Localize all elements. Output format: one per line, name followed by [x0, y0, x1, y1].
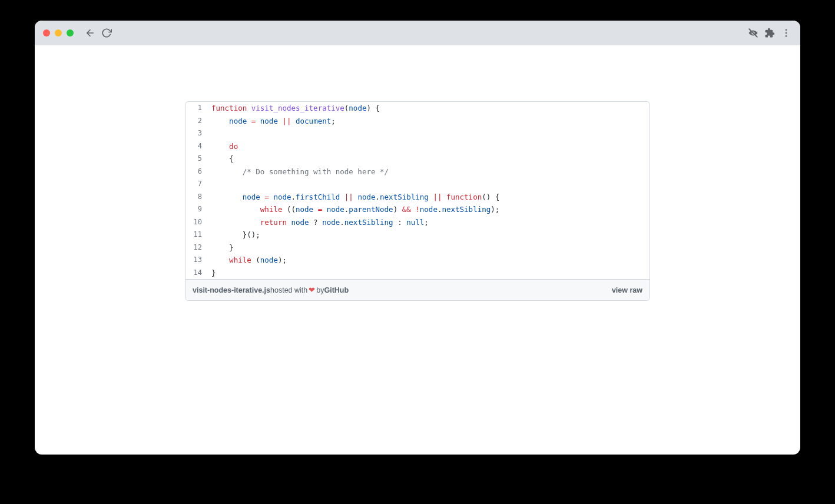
- line-code: }: [208, 241, 650, 254]
- line-number: 9: [185, 203, 208, 216]
- maximize-window-button[interactable]: [67, 29, 74, 37]
- line-number: 5: [185, 152, 208, 165]
- code-line: 6 /* Do something with node here */: [185, 165, 650, 178]
- line-code: return node ? node.nextSibling : null;: [208, 216, 650, 229]
- line-number: 11: [185, 228, 208, 241]
- code-area: 1function visit_nodes_iterative(node) {2…: [185, 102, 650, 279]
- line-code: function visit_nodes_iterative(node) {: [208, 102, 650, 115]
- menu-icon[interactable]: [780, 27, 792, 39]
- line-code: [208, 127, 650, 140]
- line-number: 10: [185, 216, 208, 229]
- code-line: 4 do: [185, 140, 650, 153]
- page-content: 1function visit_nodes_iterative(node) {2…: [35, 45, 800, 301]
- hosted-prefix: hosted with: [270, 286, 307, 294]
- code-line: 13 while (node);: [185, 254, 650, 267]
- line-number: 14: [185, 267, 208, 280]
- minimize-window-button[interactable]: [55, 29, 62, 37]
- window-controls: [43, 29, 74, 37]
- line-code: node = node || document;: [208, 115, 650, 128]
- line-number: 1: [185, 102, 208, 115]
- line-number: 7: [185, 178, 208, 191]
- line-code: node = node.firstChild || node.nextSibli…: [208, 191, 650, 204]
- line-number: 4: [185, 140, 208, 153]
- line-number: 12: [185, 241, 208, 254]
- gist-filename-link[interactable]: visit-nodes-iterative.js: [193, 286, 270, 294]
- line-number: 13: [185, 254, 208, 267]
- line-number: 2: [185, 115, 208, 128]
- incognito-icon[interactable]: [747, 27, 759, 39]
- line-code: while ((node = node.parentNode) && !node…: [208, 203, 650, 216]
- back-icon[interactable]: [84, 27, 96, 39]
- gist-embed: 1function visit_nodes_iterative(node) {2…: [185, 101, 650, 301]
- heart-icon: ❤: [307, 286, 316, 294]
- github-link[interactable]: GitHub: [324, 286, 349, 294]
- close-window-button[interactable]: [43, 29, 50, 37]
- code-line: 2 node = node || document;: [185, 115, 650, 128]
- line-number: 3: [185, 127, 208, 140]
- line-code: }();: [208, 228, 650, 241]
- code-line: 14}: [185, 267, 650, 280]
- code-line: 3: [185, 127, 650, 140]
- code-line: 9 while ((node = node.parentNode) && !no…: [185, 203, 650, 216]
- browser-window: 1function visit_nodes_iterative(node) {2…: [35, 21, 800, 455]
- line-number: 6: [185, 165, 208, 178]
- reload-icon[interactable]: [101, 27, 112, 39]
- line-code: [208, 178, 650, 191]
- code-line: 8 node = node.firstChild || node.nextSib…: [185, 191, 650, 204]
- line-number: 8: [185, 191, 208, 204]
- line-code: do: [208, 140, 650, 153]
- line-code: }: [208, 267, 650, 280]
- line-code: while (node);: [208, 254, 650, 267]
- code-line: 1function visit_nodes_iterative(node) {: [185, 102, 650, 115]
- line-code: {: [208, 152, 650, 165]
- hosted-by: by: [316, 286, 324, 294]
- code-line: 10 return node ? node.nextSibling : null…: [185, 216, 650, 229]
- svg-point-2: [786, 29, 787, 31]
- view-raw-link[interactable]: view raw: [612, 286, 642, 294]
- code-line: 7: [185, 178, 650, 191]
- browser-titlebar: [35, 21, 800, 45]
- code-line: 5 {: [185, 152, 650, 165]
- line-code: /* Do something with node here */: [208, 165, 650, 178]
- gist-footer: visit-nodes-iterative.js hosted with ❤ b…: [185, 279, 650, 300]
- code-line: 11 }();: [185, 228, 650, 241]
- svg-point-4: [786, 35, 787, 37]
- code-line: 12 }: [185, 241, 650, 254]
- extensions-icon[interactable]: [764, 27, 776, 39]
- svg-point-3: [786, 32, 787, 34]
